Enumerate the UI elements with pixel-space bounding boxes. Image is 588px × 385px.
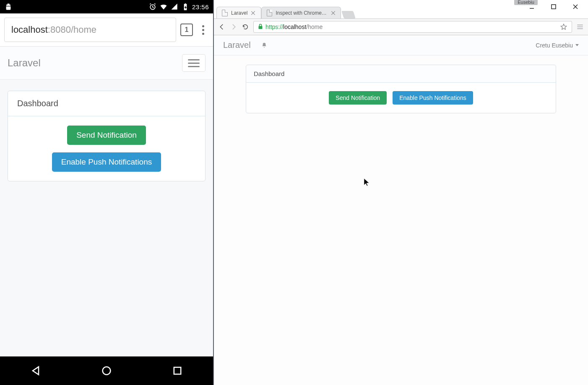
android-back-button[interactable] [30,365,42,377]
svg-rect-4 [259,26,263,29]
chrome-tab-inactive[interactable]: Inspect with Chrome Dev [261,7,341,18]
desktop-page-viewport: Laravel Cretu Eusebiu Dashboard Send Not… [214,35,588,385]
tab-title: Laravel [231,10,247,16]
chrome-toolbar: https://localhost/home [214,18,588,35]
svg-rect-3 [552,5,556,9]
android-mascot-icon [4,3,13,11]
wifi-icon [159,3,168,11]
tab-close-icon[interactable] [331,10,336,16]
svg-point-1 [103,367,111,375]
chevron-down-icon [575,44,579,46]
enable-push-button[interactable]: Enable Push Notifications [393,91,473,105]
user-name: Cretu Eusebiu [536,42,573,49]
send-notification-button[interactable]: Send Notification [329,91,387,105]
panel-heading: Dashboard [8,91,205,116]
tab-count: 1 [185,26,189,34]
navbar-toggle-button[interactable] [182,54,206,72]
chrome-tab-active[interactable]: Laravel [216,7,261,18]
notifications-bell-icon[interactable] [261,42,268,49]
status-time: 23:56 [192,3,209,10]
alarm-icon [148,3,157,11]
nav-forward-button[interactable] [230,23,237,31]
window-titlebar: Eusebiu [214,0,588,6]
chrome-menu-button[interactable] [576,23,584,31]
url-rest: :8080/home [48,24,96,35]
android-url-bar[interactable]: localhost:8080/home [4,18,176,42]
android-device: 23:56 localhost:8080/home 1 Laravel [0,0,214,385]
desktop-window: Eusebiu Laravel Inspect with Chrome Dev [214,0,588,385]
window-close-button[interactable] [566,1,585,13]
chrome-new-tab-button[interactable] [341,11,356,18]
nav-back-button[interactable] [218,23,226,31]
android-home-button[interactable] [101,365,112,377]
enable-push-button[interactable]: Enable Push Notifications [52,152,161,172]
mobile-navbar: Laravel [0,47,213,80]
tab-title: Inspect with Chrome Dev [276,10,328,16]
android-omnibar: localhost:8080/home 1 [0,13,213,47]
nav-reload-button[interactable] [242,23,249,31]
url-domain: localhost [283,24,306,30]
brand-link[interactable]: Laravel [223,40,251,50]
signal-icon [170,3,179,11]
dashboard-panel: Dashboard Send Notification Enable Push … [8,91,206,181]
mouse-cursor-icon [364,178,369,186]
user-menu[interactable]: Cretu Eusebiu [536,42,579,49]
window-maximize-button[interactable] [544,1,563,13]
page-icon [267,10,272,16]
android-status-bar: 23:56 [0,0,213,13]
send-notification-button[interactable]: Send Notification [67,126,146,145]
desktop-navbar: Laravel Cretu Eusebiu [214,35,588,55]
window-minimize-button[interactable] [523,1,541,13]
tab-close-icon[interactable] [251,10,256,16]
dashboard-panel: Dashboard Send Notification Enable Push … [246,65,556,113]
android-menu-button[interactable] [197,24,209,36]
svg-rect-2 [174,367,181,374]
chrome-omnibox[interactable]: https://localhost/home [253,21,572,33]
url-path: /home [306,24,323,30]
lock-icon [258,24,263,31]
panel-heading: Dashboard [246,65,556,83]
android-softkeys [0,356,213,385]
url-host: localhost [11,24,48,35]
battery-charging-icon [181,3,190,11]
page-icon [222,10,228,16]
url-scheme: https:// [265,24,283,30]
android-tabcount-button[interactable]: 1 [180,24,193,36]
bookmark-star-icon[interactable] [560,23,567,31]
android-recents-button[interactable] [172,365,183,377]
android-page-viewport: Laravel Dashboard Send Notification Enab… [0,47,213,356]
brand-link[interactable]: Laravel [8,57,41,69]
